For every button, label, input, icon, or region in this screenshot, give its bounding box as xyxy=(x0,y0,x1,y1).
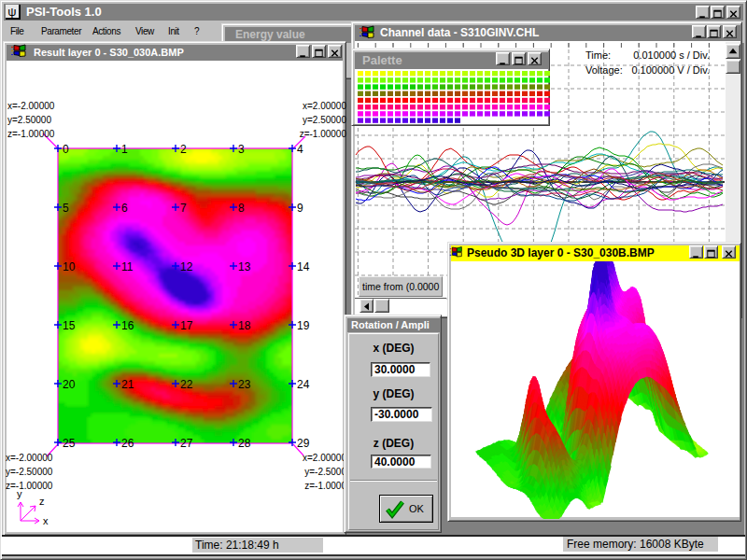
svg-text:y=2.50000: y=2.50000 xyxy=(303,115,346,125)
svg-text:13: 13 xyxy=(238,260,251,273)
svg-text:10: 10 xyxy=(63,260,76,273)
svg-text:20: 20 xyxy=(63,378,76,391)
svg-text:11: 11 xyxy=(121,260,134,273)
svg-text:27: 27 xyxy=(180,437,193,450)
svg-text:z: z xyxy=(39,496,45,507)
svg-text:8: 8 xyxy=(238,202,245,215)
svg-text:24: 24 xyxy=(297,378,310,391)
svg-text:29: 29 xyxy=(297,437,310,450)
svg-text:15: 15 xyxy=(63,319,76,332)
svg-text:3: 3 xyxy=(238,143,245,156)
svg-text:2: 2 xyxy=(180,143,187,156)
svg-text:21: 21 xyxy=(121,378,134,391)
svg-text:x=-2.00000: x=-2.00000 xyxy=(7,101,55,111)
svg-text:22: 22 xyxy=(180,378,193,391)
svg-text:0.100000 V / Div.: 0.100000 V / Div. xyxy=(631,64,710,76)
svg-text:14: 14 xyxy=(297,260,310,273)
svg-text:z=-1.00000: z=-1.00000 xyxy=(6,481,53,491)
svg-text:x=2.00000: x=2.00000 xyxy=(303,453,346,463)
svg-text:1: 1 xyxy=(121,143,128,156)
svg-text:Voltage:: Voltage: xyxy=(585,64,623,76)
svg-text:y=2.50000: y=2.50000 xyxy=(7,115,51,125)
svg-text:17: 17 xyxy=(180,319,193,332)
svg-text:16: 16 xyxy=(121,319,134,332)
svg-text:4: 4 xyxy=(297,143,303,156)
svg-text:y=-2.5000: y=-2.5000 xyxy=(304,467,346,477)
svg-text:z=-1.0000: z=-1.0000 xyxy=(304,481,346,491)
svg-text:25: 25 xyxy=(63,437,76,450)
svg-text:26: 26 xyxy=(121,437,134,450)
svg-text:x: x xyxy=(43,515,49,526)
svg-text:5: 5 xyxy=(63,202,69,215)
svg-text:6: 6 xyxy=(121,202,128,215)
svg-text:x=2.00000: x=2.00000 xyxy=(303,101,346,111)
svg-text:18: 18 xyxy=(238,319,251,332)
svg-text:Time:: Time: xyxy=(585,49,611,61)
svg-text:z=-1.00000: z=-1.00000 xyxy=(7,129,55,139)
svg-text:0.010000 s / Div.: 0.010000 s / Div. xyxy=(633,49,710,61)
svg-text:y: y xyxy=(17,488,22,499)
svg-text:23: 23 xyxy=(238,378,251,391)
svg-text:0: 0 xyxy=(63,143,69,156)
svg-text:12: 12 xyxy=(180,260,193,273)
svg-text:y=-2.50000: y=-2.50000 xyxy=(6,467,53,477)
svg-text:9: 9 xyxy=(297,202,303,215)
svg-text:7: 7 xyxy=(180,202,187,215)
svg-text:x=-2.00000: x=-2.00000 xyxy=(6,453,53,463)
svg-text:z=-1.00000: z=-1.00000 xyxy=(300,129,347,139)
svg-text:19: 19 xyxy=(297,319,310,332)
svg-text:28: 28 xyxy=(238,437,251,450)
